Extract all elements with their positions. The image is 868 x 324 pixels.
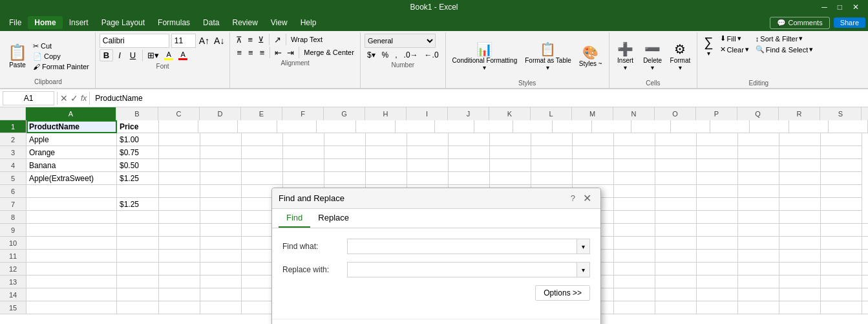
row-header-15[interactable]: 15 (0, 301, 26, 314)
menu-insert[interactable]: Insert (63, 16, 95, 29)
col-header-t[interactable]: T (862, 107, 868, 120)
menu-help[interactable]: Help (294, 16, 323, 29)
cell-t1[interactable] (829, 120, 868, 133)
col-header-o[interactable]: O (655, 107, 696, 120)
align-right-btn[interactable]: ≡ (257, 47, 268, 58)
col-header-m[interactable]: M (572, 107, 613, 120)
cell-f1[interactable] (277, 120, 317, 133)
col-header-h[interactable]: H (365, 107, 407, 120)
cell-a7[interactable] (26, 198, 117, 211)
font-decrease-btn[interactable]: A↓ (213, 35, 226, 47)
underline-button[interactable]: U (126, 49, 140, 61)
italic-button[interactable]: I (114, 49, 125, 61)
function-confirm-btn[interactable]: ✓ (70, 93, 78, 103)
row-header-12[interactable]: 12 (0, 263, 26, 275)
row-header-11[interactable]: 11 (0, 250, 26, 263)
cell-n1[interactable] (592, 120, 631, 133)
menu-data[interactable]: Data (196, 16, 226, 29)
menu-review[interactable]: Review (226, 16, 264, 29)
accounting-format-btn[interactable]: $▾ (365, 50, 378, 60)
menu-home[interactable]: Home (28, 16, 62, 29)
cell-a2[interactable]: Apple (26, 133, 117, 146)
number-format-select[interactable]: General (365, 34, 436, 48)
replace-with-dropdown[interactable]: ▾ (577, 262, 590, 277)
align-middle-btn[interactable]: ≡ (246, 34, 255, 45)
modal-help-button[interactable]: ? (567, 193, 579, 203)
align-bottom-btn[interactable]: ⊻ (256, 34, 266, 45)
col-header-r[interactable]: R (779, 107, 820, 120)
col-header-c[interactable]: C (158, 107, 200, 120)
menu-pagelayout[interactable]: Page Layout (95, 16, 151, 29)
name-box[interactable] (3, 91, 54, 105)
col-header-g[interactable]: G (324, 107, 365, 120)
conditional-formatting-button[interactable]: 📊 Conditional Formatting ▾ (450, 40, 520, 72)
font-increase-btn[interactable]: A↑ (198, 35, 211, 47)
orientation-btn[interactable]: ↗ (272, 34, 283, 45)
replace-with-input[interactable] (347, 262, 577, 277)
cell-a6[interactable] (26, 185, 117, 198)
cell-s1[interactable] (789, 120, 829, 133)
row-header-4[interactable]: 4 (0, 159, 26, 172)
col-header-e[interactable]: E (241, 107, 282, 120)
col-header-i[interactable]: I (407, 107, 448, 120)
row-header-1[interactable]: 1 (0, 120, 26, 133)
clear-button[interactable]: ✕ Clear ▾ (717, 45, 752, 54)
share-button[interactable]: Share (834, 17, 865, 28)
cell-q1[interactable] (710, 120, 750, 133)
maximize-btn[interactable]: □ (834, 3, 846, 12)
format-button[interactable]: ⚙ Format ▾ (668, 40, 693, 72)
col-header-b[interactable]: B (116, 107, 158, 120)
insert-button[interactable]: ➕ Insert ▾ (613, 40, 638, 72)
cell-j1[interactable] (435, 120, 474, 133)
bold-button[interactable]: B (100, 49, 113, 61)
decrease-indent-btn[interactable]: ⇤ (273, 47, 284, 58)
cell-d1[interactable] (198, 120, 238, 133)
row-header-3[interactable]: 3 (0, 146, 26, 159)
cell-m1[interactable] (553, 120, 592, 133)
menu-file[interactable]: File (3, 16, 28, 29)
cell-k1[interactable] (474, 120, 514, 133)
close-btn[interactable]: ✕ (849, 3, 863, 12)
wrap-text-button[interactable]: Wrap Text (289, 35, 324, 44)
row-header-6[interactable]: 6 (0, 185, 26, 198)
borders-button[interactable]: ⊞▾ (145, 50, 161, 61)
cell-c1[interactable] (159, 120, 198, 133)
comma-btn[interactable]: , (392, 50, 399, 60)
col-header-s[interactable]: S (820, 107, 862, 120)
cell-b2[interactable]: $1.00 (117, 133, 159, 146)
col-header-q[interactable]: Q (737, 107, 779, 120)
cell-g1[interactable] (317, 120, 356, 133)
col-header-p[interactable]: P (696, 107, 737, 120)
cell-styles-button[interactable]: 🎨 Styles ~ (577, 43, 605, 69)
cell-e1[interactable] (238, 120, 277, 133)
col-header-l[interactable]: L (531, 107, 572, 120)
row-header-8[interactable]: 8 (0, 211, 26, 224)
menu-view[interactable]: View (264, 16, 294, 29)
cell-i1[interactable] (396, 120, 435, 133)
find-what-input[interactable] (347, 239, 577, 254)
col-header-n[interactable]: N (613, 107, 655, 120)
cell-b3[interactable]: $0.75 (117, 146, 159, 159)
decimal-increase-btn[interactable]: .0→ (401, 50, 421, 60)
cell-b4[interactable]: $0.50 (117, 159, 159, 172)
align-top-btn[interactable]: ⊼ (234, 34, 244, 45)
row-header-5[interactable]: 5 (0, 172, 26, 185)
cell-a4[interactable]: Banana (26, 159, 117, 172)
modal-close-button[interactable]: ✕ (580, 192, 594, 204)
copy-button[interactable]: 📄 Copy (31, 52, 91, 61)
cell-b1[interactable]: Price (117, 120, 159, 133)
cell-h1[interactable] (356, 120, 396, 133)
format-as-table-button[interactable]: 📋 Format as Table ▾ (522, 40, 574, 72)
insert-function-btn[interactable]: fx (81, 94, 87, 103)
row-header-13[interactable]: 13 (0, 275, 26, 288)
autosum-button[interactable]: ∑ ▾ (701, 34, 715, 58)
format-painter-button[interactable]: 🖌 Format Painter (31, 62, 91, 71)
cell-l1[interactable] (513, 120, 553, 133)
cell-r1[interactable] (750, 120, 789, 133)
percent-btn[interactable]: % (379, 50, 392, 60)
increase-indent-btn[interactable]: ⇥ (285, 47, 296, 58)
tab-replace[interactable]: Replace (310, 209, 357, 228)
row-header-10[interactable]: 10 (0, 237, 26, 250)
cut-button[interactable]: ✂ Cut (31, 41, 91, 51)
minimize-btn[interactable]: ─ (818, 3, 831, 12)
